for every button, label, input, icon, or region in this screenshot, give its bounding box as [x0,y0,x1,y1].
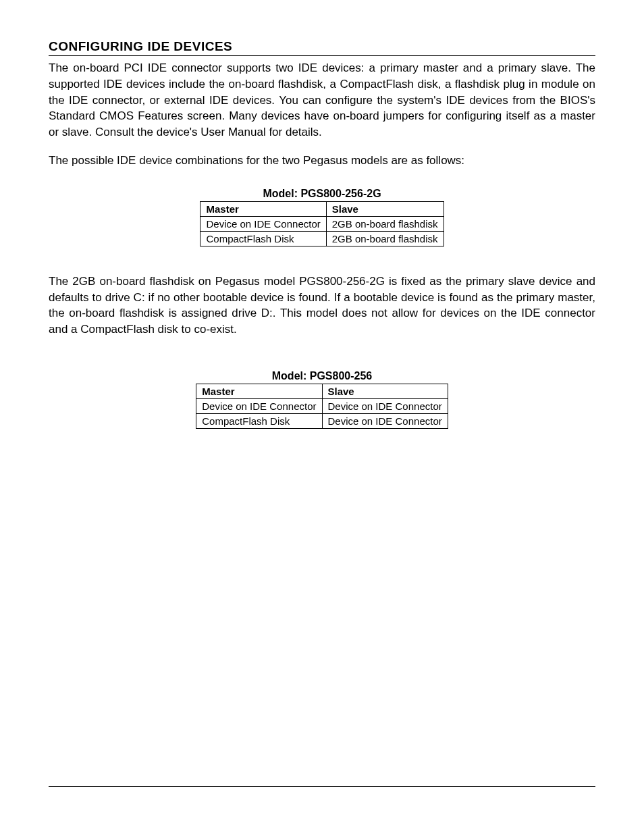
table-row: CompactFlash Disk Device on IDE Connecto… [196,413,448,428]
paragraph-flashdisk: The 2GB on-board flashdisk on Pegasus mo… [49,273,595,338]
table2-wrapper: Model: PGS800-256 Master Slave Device on… [49,370,595,429]
table2-cell: CompactFlash Disk [196,413,322,428]
table-header-row: Master Slave [196,384,448,398]
table1-title: Model: PGS800-256-2G [263,188,381,200]
table1-wrapper: Model: PGS800-256-2G Master Slave Device… [49,188,595,246]
table2-cell: Device on IDE Connector [322,413,448,428]
table1-cell: 2GB on-board flashdisk [326,216,444,231]
table2-cell: Device on IDE Connector [196,398,322,413]
table1-header-slave: Slave [326,201,444,216]
table1: Master Slave Device on IDE Connector 2GB… [200,201,444,246]
table1-cell: CompactFlash Disk [200,231,326,246]
footer-rule [49,786,595,787]
table-row: Device on IDE Connector Device on IDE Co… [196,398,448,413]
table2-cell: Device on IDE Connector [322,398,448,413]
table-row: CompactFlash Disk 2GB on-board flashdisk [200,231,444,246]
paragraph-combinations: The possible IDE device combinations for… [49,153,595,169]
section-heading: CONFIGURING IDE DEVICES [49,39,595,56]
table2: Master Slave Device on IDE Connector Dev… [196,384,448,429]
table-row: Device on IDE Connector 2GB on-board fla… [200,216,444,231]
paragraph-intro: The on-board PCI IDE connector supports … [49,60,595,140]
table1-cell: Device on IDE Connector [200,216,326,231]
table2-header-master: Master [196,384,322,398]
table2-title: Model: PGS800-256 [272,370,373,382]
table1-cell: 2GB on-board flashdisk [326,231,444,246]
table2-header-slave: Slave [322,384,448,398]
table1-header-master: Master [200,201,326,216]
table-header-row: Master Slave [200,201,444,216]
